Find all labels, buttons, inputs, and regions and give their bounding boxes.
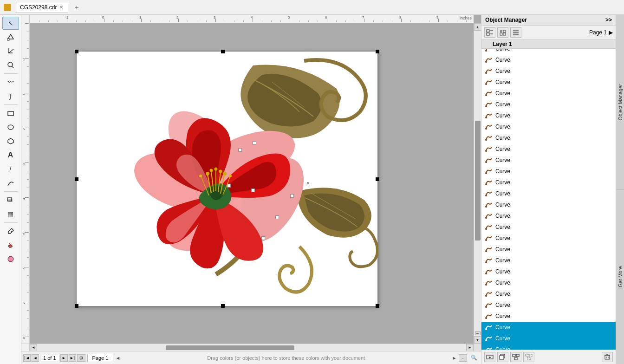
om-list-item[interactable]: Curve: [481, 221, 616, 233]
om-expand-btn[interactable]: [497, 27, 508, 38]
scroll-v-track[interactable]: [474, 31, 481, 331]
om-duplicate-btn[interactable]: [497, 352, 508, 362]
handle-bot-mid: [221, 304, 225, 308]
prev-page-btn[interactable]: ◄: [32, 354, 39, 362]
parallel-tool[interactable]: /: [2, 162, 19, 176]
om-list-item[interactable]: Curve: [481, 49, 616, 54]
om-item-label-28: Curve: [495, 346, 510, 350]
om-list-item[interactable]: Curve: [481, 110, 616, 121]
om-list-item[interactable]: Curve: [481, 166, 616, 177]
rectangle-tool[interactable]: [2, 107, 19, 120]
om-list-item[interactable]: Curve: [481, 99, 616, 110]
canvas-container[interactable]: ×: [30, 23, 474, 344]
om-list-item[interactable]: Curve: [481, 255, 616, 266]
om-list-item[interactable]: Curve: [481, 188, 616, 199]
smooth-tool[interactable]: ∫: [2, 90, 19, 103]
om-ungroup-btn[interactable]: [523, 352, 534, 362]
next-page-btn[interactable]: ►: [60, 354, 68, 362]
om-list-item[interactable]: Curve: [481, 322, 616, 333]
new-tab-btn[interactable]: +: [72, 3, 81, 12]
svg-point-63: [485, 339, 487, 341]
om-list-item[interactable]: Curve: [481, 77, 616, 88]
svg-line-5: [12, 66, 13, 68]
curve-icon-11: [485, 156, 493, 164]
om-list-item[interactable]: Curve: [481, 299, 616, 311]
select-tool[interactable]: ↖: [2, 17, 19, 30]
om-object-list[interactable]: Curve Curve Curve: [481, 49, 616, 350]
om-list-item[interactable]: Curve: [481, 132, 616, 143]
scroll-up-btn[interactable]: ▲: [474, 23, 481, 31]
scroll-h-track[interactable]: [37, 344, 466, 351]
shape-edit-tool[interactable]: [2, 31, 19, 44]
curve-icon-9: [485, 134, 493, 142]
om-view-options-btn[interactable]: [484, 27, 495, 38]
om-item-label-18: Curve: [495, 235, 510, 241]
last-page-btn[interactable]: ►|: [69, 354, 76, 362]
sub-handle-4: [251, 188, 255, 192]
vertical-scrollbar[interactable]: ▲ ═ ▼: [474, 23, 481, 344]
om-list-item[interactable]: Curve: [481, 177, 616, 188]
om-group-btn[interactable]: [510, 352, 521, 362]
om-list-item[interactable]: Curve: [481, 155, 616, 166]
zoom-tool[interactable]: [2, 58, 19, 72]
scroll-right-btn[interactable]: ►: [466, 344, 474, 351]
om-collapse-btn[interactable]: [510, 27, 521, 38]
om-list-item[interactable]: Curve: [481, 199, 616, 210]
add-page-btn[interactable]: ⊞: [77, 354, 85, 362]
tab-close-btn[interactable]: ✕: [59, 5, 63, 10]
eyedropper-tool[interactable]: [2, 225, 19, 238]
om-list-item[interactable]: Curve: [481, 288, 616, 299]
om-list-item[interactable]: Curve: [481, 344, 616, 350]
om-list-item[interactable]: Curve: [481, 277, 616, 288]
om-list-item[interactable]: Curve: [481, 54, 616, 65]
om-title: Object Manager: [485, 17, 527, 23]
om-list-item[interactable]: Curve: [481, 210, 616, 221]
om-list-item[interactable]: Curve: [481, 88, 616, 99]
document-tab[interactable]: CGS20298.cdr ✕: [15, 2, 68, 13]
om-list-item[interactable]: Curve: [481, 143, 616, 155]
om-delete-btn[interactable]: [602, 352, 613, 362]
horizontal-scrollbar[interactable]: ◄ ►: [30, 344, 474, 351]
scroll-h-thumb[interactable]: [166, 345, 294, 350]
om-list-item[interactable]: Curve: [481, 65, 616, 77]
status-right-arrow[interactable]: ►: [452, 355, 457, 361]
om-item-label-3: Curve: [495, 68, 510, 74]
color-tool[interactable]: [2, 253, 19, 266]
pattern-tool[interactable]: ▦: [2, 208, 19, 221]
crop-tool[interactable]: [2, 45, 19, 58]
om-list-item[interactable]: Curve: [481, 233, 616, 244]
page-tab[interactable]: Page 1: [87, 354, 114, 362]
om-header: Object Manager >>: [481, 15, 616, 26]
scroll-v-thumb[interactable]: [475, 121, 481, 240]
curve-icon-2: [485, 56, 493, 64]
ellipse-tool[interactable]: [2, 121, 19, 134]
first-page-btn[interactable]: |◄: [23, 354, 31, 362]
om-item-label-5: Curve: [495, 90, 510, 97]
om-item-label-10: Curve: [495, 146, 510, 152]
om-expand-icon[interactable]: >>: [605, 17, 612, 23]
svg-point-39: [485, 72, 487, 74]
om-list-item[interactable]: Curve: [481, 311, 616, 322]
curve-icon-21: [485, 268, 493, 275]
scroll-left-btn[interactable]: ◄: [30, 344, 37, 351]
connector-tool[interactable]: [2, 176, 19, 189]
text-tool[interactable]: A: [2, 149, 19, 162]
svg-point-46: [485, 150, 487, 152]
curve-icon-14: [485, 190, 493, 197]
om-list-item[interactable]: Curve: [481, 121, 616, 132]
om-item-label-27: Curve: [495, 335, 510, 342]
scroll-down-btn[interactable]: ▼: [474, 336, 481, 344]
status-left-arrow[interactable]: ◄: [115, 355, 120, 361]
polygon-tool[interactable]: [2, 135, 19, 148]
om-list-item[interactable]: Curve: [481, 244, 616, 255]
side-tab-get-more[interactable]: Get More: [616, 190, 624, 364]
om-list-item[interactable]: Curve: [481, 333, 616, 344]
shadow-tool[interactable]: [2, 194, 19, 207]
om-page-arrow[interactable]: ▶: [609, 29, 613, 36]
om-list-item[interactable]: Curve: [481, 266, 616, 277]
freehand-tool[interactable]: 〰: [2, 76, 19, 89]
om-new-layer-btn[interactable]: [484, 352, 495, 362]
zoom-out-btn[interactable]: -: [459, 354, 467, 362]
side-tab-object-manager[interactable]: Object Manager: [616, 15, 624, 189]
fill-tool[interactable]: [2, 239, 19, 252]
